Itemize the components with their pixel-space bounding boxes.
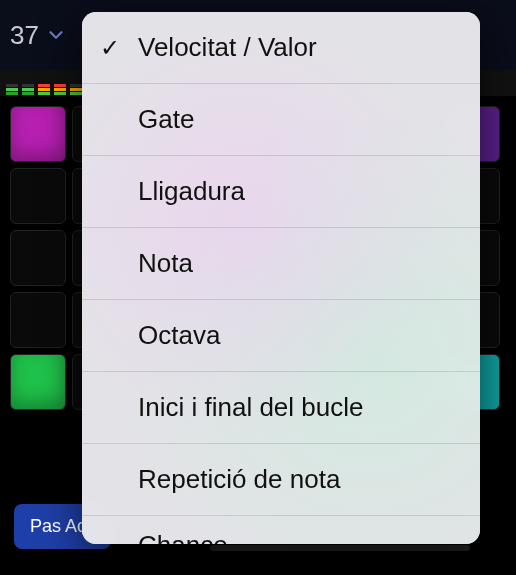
check-icon: ✓	[100, 34, 120, 62]
chevron-down-icon[interactable]	[45, 24, 67, 51]
menu-item-label: Nota	[138, 248, 193, 279]
menu-item-gate[interactable]: Gate	[82, 84, 480, 156]
menu-item-label: Octava	[138, 320, 220, 351]
menu-item-chance[interactable]: Chance	[82, 516, 480, 544]
menu-item-note-repeat[interactable]: Repetició de nota	[82, 444, 480, 516]
pad[interactable]	[10, 230, 66, 286]
tempo-value: 37	[10, 20, 39, 51]
menu-item-velocity[interactable]: ✓ Velocitat / Valor	[82, 12, 480, 84]
pad[interactable]	[10, 354, 66, 410]
menu-item-tie[interactable]: Lligadura	[82, 156, 480, 228]
menu-item-note[interactable]: Nota	[82, 228, 480, 300]
pad[interactable]	[10, 292, 66, 348]
menu-item-label: Gate	[138, 104, 194, 135]
menu-item-label: Velocitat / Valor	[138, 32, 317, 63]
menu-item-label: Lligadura	[138, 176, 245, 207]
pad[interactable]	[10, 106, 66, 162]
pad[interactable]	[10, 168, 66, 224]
menu-item-label: Repetició de nota	[138, 464, 340, 495]
menu-item-label: Chance	[138, 530, 228, 544]
menu-item-octave[interactable]: Octava	[82, 300, 480, 372]
menu-item-loop-start-end[interactable]: Inici i final del bucle	[82, 372, 480, 444]
bottom-scrubber[interactable]	[210, 545, 470, 551]
edit-mode-popover: ✓ Velocitat / Valor Gate Lligadura Nota …	[82, 12, 480, 544]
menu-item-label: Inici i final del bucle	[138, 392, 363, 423]
